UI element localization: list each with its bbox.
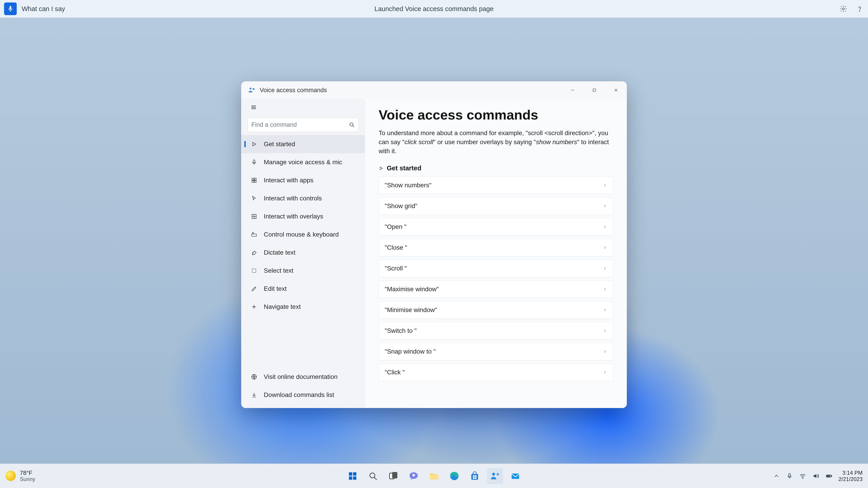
- svg-point-25: [254, 306, 255, 307]
- svg-rect-37: [430, 475, 438, 480]
- settings-icon[interactable]: [839, 4, 848, 13]
- svg-line-33: [374, 477, 377, 480]
- task-view-button[interactable]: [385, 468, 401, 484]
- sidebar-item-label: Manage voice access & mic: [264, 159, 342, 166]
- page-description: To understand more about a command for e…: [379, 129, 613, 156]
- play-icon: [379, 166, 383, 171]
- svg-rect-0: [10, 11, 11, 12]
- sidebar-item-visit-online-documentation[interactable]: Visit online documentation: [241, 368, 365, 386]
- help-icon[interactable]: [855, 4, 864, 13]
- svg-line-12: [353, 126, 354, 127]
- mic-icon: [251, 159, 257, 166]
- command-row[interactable]: "Click ": [379, 363, 613, 381]
- start-button[interactable]: [345, 468, 360, 484]
- search-icon: [348, 122, 355, 128]
- tray-volume-icon[interactable]: [812, 473, 819, 480]
- svg-rect-18: [254, 181, 256, 182]
- maximize-button[interactable]: [583, 81, 605, 99]
- command-text: "Snap window to ": [385, 348, 436, 355]
- command-text: "Scroll ": [385, 265, 407, 272]
- taskbar-chat-button[interactable]: [406, 468, 421, 484]
- sidebar-item-interact-with-controls[interactable]: Interact with controls: [241, 189, 365, 207]
- tray-battery-icon[interactable]: [825, 473, 833, 480]
- chevron-right-icon: [602, 308, 607, 312]
- sidebar-item-edit-text[interactable]: Edit text: [241, 280, 365, 298]
- search-field[interactable]: [248, 118, 359, 132]
- svg-rect-49: [831, 475, 832, 477]
- voice-mic-button[interactable]: [4, 2, 17, 15]
- search-input[interactable]: [251, 121, 348, 128]
- command-row[interactable]: "Snap window to ": [379, 343, 613, 360]
- svg-marker-13: [253, 142, 256, 146]
- sidebar-item-label: Select text: [264, 267, 293, 274]
- edit-icon: [251, 285, 257, 292]
- hamburger-button[interactable]: [248, 101, 260, 113]
- sidebar-item-manage-voice-access-mic[interactable]: Manage voice access & mic: [241, 153, 365, 171]
- sidebar-item-get-started[interactable]: Get started: [241, 135, 365, 153]
- play-icon: [251, 141, 257, 148]
- taskbar-edge-button[interactable]: [447, 468, 462, 484]
- command-text: "Open ": [385, 223, 406, 230]
- command-row[interactable]: "Show grid": [379, 197, 613, 215]
- close-button[interactable]: [605, 81, 627, 99]
- taskbar-clock[interactable]: 3:14 PM 2/21/2023: [838, 470, 863, 482]
- command-row[interactable]: "Close ": [379, 239, 613, 256]
- svg-rect-29: [353, 472, 356, 476]
- minimize-button[interactable]: [562, 81, 583, 99]
- sidebar-item-label: Control mouse & keyboard: [264, 231, 339, 238]
- tray-mic-icon[interactable]: [786, 473, 793, 480]
- weather-widget[interactable]: 78°F Sunny: [5, 470, 35, 482]
- grid-icon: [251, 213, 257, 220]
- sidebar-item-label: Dictate text: [264, 249, 296, 256]
- window-title: Voice access commands: [260, 87, 327, 94]
- sidebar-item-label: Get started: [264, 140, 295, 148]
- command-row[interactable]: "Scroll ": [379, 260, 613, 277]
- command-row[interactable]: "Open ": [379, 218, 613, 236]
- tray-wifi-icon[interactable]: [799, 473, 806, 480]
- taskbar-store-button[interactable]: [467, 468, 483, 484]
- chevron-right-icon: [602, 225, 607, 229]
- chevron-right-icon: [602, 287, 607, 291]
- command-row[interactable]: "Minimise window": [379, 301, 613, 319]
- command-text: "Maximise window": [385, 286, 439, 293]
- command-row[interactable]: "Switch to ": [379, 322, 613, 339]
- tray-chevron-icon[interactable]: [773, 473, 780, 480]
- sidebar-item-download-commands-list[interactable]: Download commands list: [241, 386, 365, 404]
- sidebar-item-label: Interact with controls: [264, 195, 322, 202]
- voice-prompt-text: What can I say: [22, 5, 65, 13]
- svg-point-36: [412, 474, 415, 476]
- page-title: Voice access commands: [379, 107, 613, 123]
- sidebar-item-dictate-text[interactable]: Dictate text: [241, 243, 365, 262]
- taskbar-search-button[interactable]: [365, 468, 381, 484]
- cursor-icon: [251, 195, 257, 202]
- sidebar-item-interact-with-overlays[interactable]: Interact with overlays: [241, 207, 365, 225]
- svg-rect-43: [475, 477, 476, 479]
- command-row[interactable]: "Show numbers": [379, 176, 613, 194]
- svg-rect-14: [253, 160, 255, 163]
- sidebar-item-navigate-text[interactable]: Navigate text: [241, 298, 365, 316]
- svg-point-23: [252, 232, 254, 234]
- sidebar-item-select-text[interactable]: Select text: [241, 262, 365, 280]
- command-text: "Switch to ": [385, 327, 416, 334]
- svg-point-11: [350, 123, 353, 126]
- section-header: Get started: [379, 164, 613, 172]
- nav-icon: [251, 303, 257, 310]
- command-text: "Minimise window": [385, 306, 437, 314]
- titlebar: Voice access commands: [241, 81, 627, 99]
- weather-condition: Sunny: [20, 476, 35, 482]
- voice-access-commands-window: Voice access commands Get startedManage …: [241, 81, 627, 408]
- command-text: "Show grid": [385, 202, 417, 210]
- chevron-right-icon: [602, 266, 607, 271]
- sidebar-item-control-mouse-keyboard[interactable]: Control mouse & keyboard: [241, 225, 365, 243]
- sidebar-item-interact-with-apps[interactable]: Interact with apps: [241, 171, 365, 189]
- command-row[interactable]: "Maximise window": [379, 281, 613, 298]
- svg-rect-30: [349, 476, 352, 480]
- taskbar-mail-button[interactable]: [508, 468, 523, 484]
- taskbar: 78°F Sunny: [0, 464, 868, 488]
- main-pane: Voice access commands To understand more…: [365, 99, 627, 408]
- download-icon: [251, 392, 257, 398]
- voice-status-text: Launched Voice access commands page: [374, 5, 493, 13]
- taskbar-explorer-button[interactable]: [426, 468, 442, 484]
- chevron-right-icon: [602, 349, 607, 354]
- taskbar-voice-access-button[interactable]: [487, 468, 503, 484]
